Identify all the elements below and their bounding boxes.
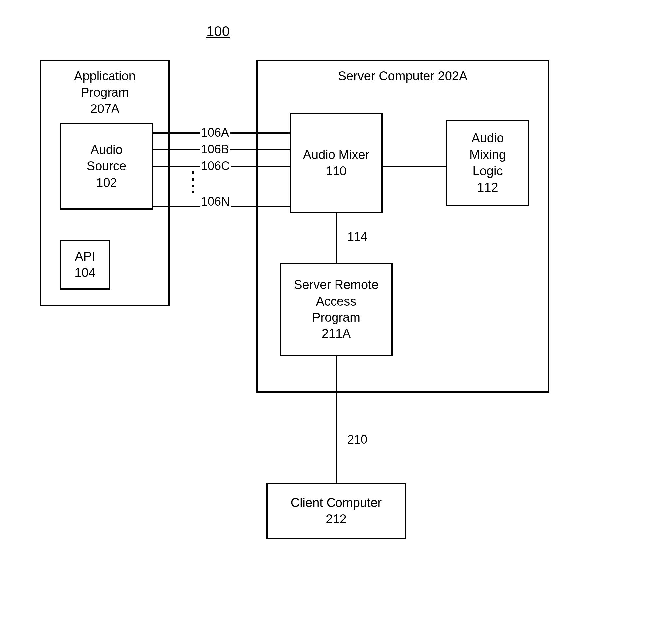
srap-line1: Server Remote — [293, 276, 379, 293]
srap-line3: Program — [312, 310, 360, 326]
server-title: Server Computer 202A — [338, 69, 467, 83]
label-106n: 106N — [200, 195, 231, 209]
label-210: 210 — [346, 433, 369, 446]
server-computer-title: Server Computer 202A — [258, 68, 548, 84]
audio-mixing-logic-box: Audio Mixing Logic 112 — [446, 120, 529, 207]
app-title-line2: Program — [80, 85, 129, 99]
label-106b: 106B — [200, 142, 230, 156]
aml-line1: Audio — [471, 130, 504, 146]
api-id: 104 — [74, 265, 95, 281]
application-program-title: Application Program 207A — [41, 68, 168, 117]
aml-line3: Logic — [473, 163, 503, 179]
figure-id: 100 — [206, 23, 230, 39]
srap-line2: Access — [316, 293, 357, 310]
api-title: API — [75, 248, 95, 265]
api-box: API 104 — [60, 240, 110, 290]
audio-source-line2: Source — [87, 158, 126, 174]
label-106c: 106C — [200, 159, 231, 173]
system-diagram: 100 Application Program 207A Audio Sourc… — [0, 0, 672, 630]
client-title: Client Computer — [291, 494, 382, 511]
audio-source-box: Audio Source 102 — [60, 123, 153, 210]
label-114: 114 — [346, 229, 369, 244]
client-computer-box: Client Computer 212 — [266, 483, 406, 539]
client-id: 212 — [326, 511, 346, 527]
app-title-line1: Application — [74, 69, 136, 83]
aml-id: 112 — [477, 179, 498, 196]
audio-mixer-id: 110 — [326, 163, 346, 179]
app-id: 207A — [90, 102, 120, 116]
server-remote-access-box: Server Remote Access Program 211A — [280, 263, 393, 356]
audio-mixer-box: Audio Mixer 110 — [290, 113, 383, 213]
label-106a: 106A — [200, 126, 230, 140]
srap-id: 211A — [321, 326, 351, 342]
aml-line2: Mixing — [469, 147, 506, 163]
audio-mixer-title: Audio Mixer — [303, 147, 370, 163]
audio-source-line1: Audio — [90, 142, 122, 158]
audio-source-id: 102 — [96, 175, 117, 191]
